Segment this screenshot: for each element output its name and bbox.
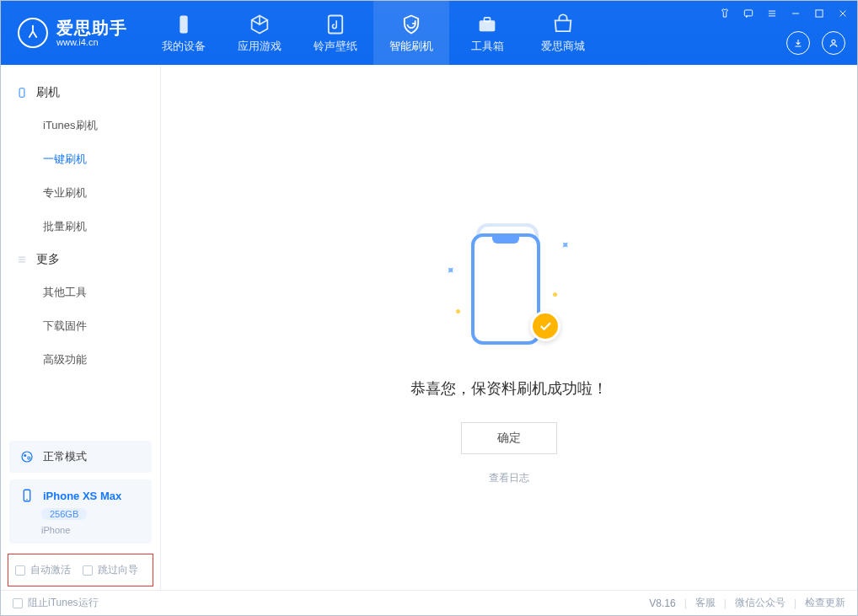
maximize-button[interactable] — [812, 6, 827, 21]
nav-toolbox[interactable]: 工具箱 — [449, 1, 525, 65]
nav-store[interactable]: 爱思商城 — [525, 1, 601, 65]
app-title: 爱思助手 — [56, 19, 127, 37]
sidebar-item-other-tools[interactable]: 其他工具 — [1, 276, 160, 309]
user-button[interactable] — [822, 31, 845, 55]
sidebar-item-batch-flash[interactable]: 批量刷机 — [1, 210, 160, 244]
svg-point-11 — [28, 457, 30, 459]
footer-link-update[interactable]: 检查更新 — [805, 596, 845, 610]
mode-panel[interactable]: 正常模式 — [9, 441, 152, 473]
checkbox-icon — [15, 565, 25, 576]
checkbox-icon — [83, 565, 93, 576]
close-button[interactable] — [835, 6, 850, 21]
footer-link-wechat[interactable]: 微信公众号 — [735, 596, 786, 610]
checkbox-skip-guide[interactable]: 跳过向导 — [83, 563, 138, 577]
store-icon — [551, 12, 575, 37]
svg-rect-2 — [329, 16, 342, 34]
mode-label: 正常模式 — [43, 449, 87, 464]
title-bar: 爱思助手 www.i4.cn 我的设备 应用游戏 铃声壁纸 智能刷机 — [1, 1, 857, 65]
nav-my-device[interactable]: 我的设备 — [146, 1, 222, 65]
svg-rect-1 — [180, 16, 187, 34]
main-nav: 我的设备 应用游戏 铃声壁纸 智能刷机 工具箱 爱思商城 — [146, 1, 601, 65]
svg-rect-5 — [744, 10, 752, 16]
sidebar-item-download-firmware[interactable]: 下载固件 — [1, 309, 160, 343]
device-panel[interactable]: iPhone XS Max 256GB iPhone — [9, 479, 152, 544]
app-logo: 爱思助手 www.i4.cn — [1, 1, 141, 65]
success-illustration: ✦ ✦ — [437, 217, 581, 360]
app-subtitle: www.i4.cn — [56, 37, 127, 47]
svg-point-13 — [26, 499, 28, 501]
svg-rect-6 — [816, 10, 823, 17]
device-capacity: 256GB — [41, 508, 87, 520]
menu-icon[interactable] — [764, 6, 780, 21]
phone-icon — [16, 87, 28, 99]
checkbox-auto-activate[interactable]: 自动激活 — [15, 563, 71, 577]
svg-point-10 — [24, 454, 26, 457]
sidebar-group-flash: 刷机 — [1, 77, 160, 109]
sidebar-item-oneclick-flash[interactable]: 一键刷机 — [1, 142, 160, 176]
checkbox-icon — [13, 598, 23, 608]
svg-point-7 — [832, 40, 835, 43]
svg-rect-8 — [19, 88, 24, 98]
svg-point-0 — [32, 25, 34, 27]
shirt-icon[interactable] — [717, 6, 732, 21]
nav-apps-games[interactable]: 应用游戏 — [222, 1, 298, 65]
device-type: iPhone — [41, 525, 70, 535]
main-content: ✦ ✦ 恭喜您，保资料刷机成功啦！ 确定 查看日志 — [161, 65, 857, 590]
user-controls — [786, 31, 845, 55]
footer-link-service[interactable]: 客服 — [695, 596, 716, 610]
success-message: 恭喜您，保资料刷机成功啦！ — [410, 378, 608, 399]
list-icon — [16, 254, 28, 265]
sidebar-item-advanced[interactable]: 高级功能 — [1, 343, 160, 377]
svg-point-9 — [22, 452, 32, 462]
device-name: iPhone XS Max — [43, 490, 121, 502]
window-controls — [717, 6, 850, 21]
app-body: 刷机 iTunes刷机 一键刷机 专业刷机 批量刷机 更多 其他工具 下载固件 … — [1, 65, 857, 590]
options-highlight-box: 自动激活 跳过向导 — [8, 554, 153, 587]
cube-icon — [248, 12, 271, 37]
device-phone-icon — [19, 488, 35, 503]
refresh-shield-icon — [400, 12, 423, 37]
device-icon — [172, 12, 196, 37]
music-file-icon — [324, 12, 347, 37]
feedback-icon[interactable] — [741, 6, 756, 21]
minimize-button[interactable] — [788, 6, 803, 21]
download-button[interactable] — [786, 31, 810, 55]
svg-rect-4 — [485, 18, 491, 22]
toolbox-icon — [475, 12, 499, 37]
sidebar-item-itunes-flash[interactable]: iTunes刷机 — [1, 109, 160, 142]
checkbox-block-itunes[interactable]: 阻止iTunes运行 — [13, 596, 99, 610]
sidebar-group-more: 更多 — [1, 244, 160, 276]
sidebar: 刷机 iTunes刷机 一键刷机 专业刷机 批量刷机 更多 其他工具 下载固件 … — [1, 65, 161, 590]
logo-icon — [18, 18, 48, 48]
check-icon — [530, 311, 560, 341]
ok-button[interactable]: 确定 — [461, 422, 557, 454]
nav-smart-flash[interactable]: 智能刷机 — [373, 1, 449, 65]
view-log-link[interactable]: 查看日志 — [489, 471, 529, 485]
mode-icon — [19, 449, 35, 464]
nav-ringtone-wallpaper[interactable]: 铃声壁纸 — [298, 1, 373, 65]
version-label: V8.16 — [649, 597, 675, 609]
status-bar: 阻止iTunes运行 V8.16 | 客服 | 微信公众号 | 检查更新 — [1, 590, 857, 615]
app-window: 爱思助手 www.i4.cn 我的设备 应用游戏 铃声壁纸 智能刷机 — [0, 0, 858, 616]
sidebar-item-pro-flash[interactable]: 专业刷机 — [1, 176, 160, 210]
